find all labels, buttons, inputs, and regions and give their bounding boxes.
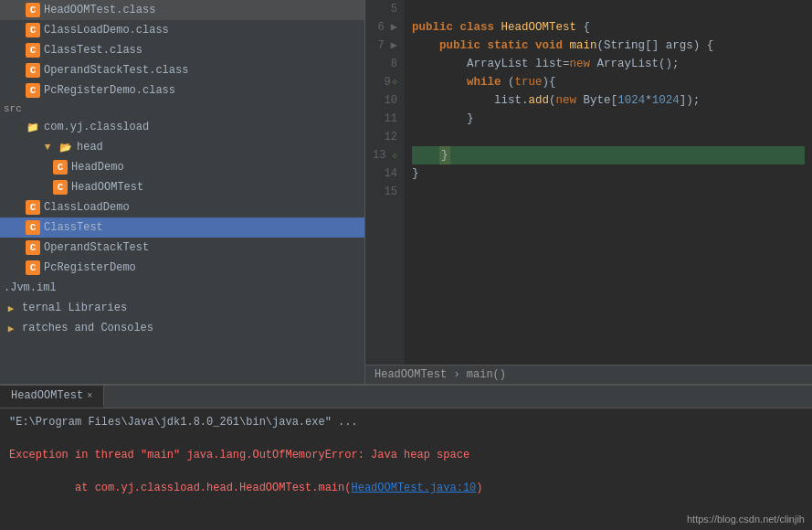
line-num-7: 7 ▶	[373, 37, 397, 55]
sidebar-label: OperandStackTest.class	[44, 64, 188, 77]
line-num-12: 12	[373, 128, 397, 146]
code-content[interactable]: public class HeadOOMTest { public static…	[405, 0, 812, 365]
folder-open-icon: ▼	[40, 140, 55, 154]
sidebar-section-src: src	[0, 101, 364, 117]
sidebar-label: HeadOOMTest.class	[44, 4, 155, 16]
bottom-panel: HeadOOMTest × "E:\Program Files\Java\jdk…	[0, 384, 812, 530]
sidebar-item-scratches[interactable]: ▶ ratches and Consoles	[0, 318, 364, 338]
code-line-10: list.add(new Byte[1024*1024]);	[412, 91, 805, 110]
sidebar-item-pcregisterdemo[interactable]: C PcRegisterDemo	[0, 258, 364, 278]
sidebar-item-pcregisterdemo-class[interactable]: C PcRegisterDemo.class	[0, 80, 364, 101]
folder-icon: ▶	[4, 301, 18, 315]
code-line-14: }	[412, 164, 805, 183]
code-line-6: public class HeadOOMTest {	[412, 18, 805, 37]
console-line-error: Exception in thread "main" java.lang.Out…	[9, 447, 803, 463]
folder-icon: 📁	[26, 120, 40, 134]
sidebar-item-headoomtest-class[interactable]: C HeadOOMTest.class	[0, 0, 364, 20]
code-line-11: }	[412, 110, 805, 128]
sidebar-label: com.yj.classload	[44, 121, 149, 133]
error-detail-text: at com.yj.classload.head.HeadOOMTest.mai…	[48, 482, 351, 494]
class-icon: C	[26, 43, 40, 58]
code-line-9: while (true){	[412, 73, 805, 91]
sidebar-label: head	[77, 141, 103, 154]
sidebar-item-com-yj-classload[interactable]: 📁 com.yj.classload	[0, 117, 364, 137]
line-num-6: 6 ▶	[373, 18, 397, 37]
console-line-error-detail: at com.yj.classload.head.HeadOOMTest.mai…	[9, 463, 803, 513]
code-editor[interactable]: 5 6 ▶ 7 ▶ 8 9 ◇ 10 11 12 13 ◇ 14 15 publ…	[365, 0, 812, 365]
sidebar-item-classloaddemo-class[interactable]: C ClassLoadDemo.class	[0, 20, 364, 40]
folder-icon: 📂	[58, 140, 73, 154]
sidebar-item-head[interactable]: ▼ 📂 head	[0, 137, 364, 157]
class-icon: C	[26, 200, 40, 215]
line-num-10: 10	[373, 91, 397, 110]
class-icon: C	[26, 240, 40, 255]
sidebar-item-operandstacktest-class[interactable]: C OperandStackTest.class	[0, 60, 364, 80]
code-line-5	[412, 0, 805, 18]
code-line-8: ArrayList list=new ArrayList();	[412, 55, 805, 73]
sidebar-label: ternal Libraries	[22, 302, 127, 314]
sidebar-label: ClassTest.class	[44, 44, 142, 57]
code-line-12	[412, 128, 805, 146]
tab-label: HeadOOMTest	[11, 389, 83, 402]
sidebar-label: OperandStackTest	[44, 241, 149, 254]
class-icon: C	[26, 260, 40, 275]
sidebar-item-operandstacktest[interactable]: C OperandStackTest	[0, 238, 364, 258]
breadcrumb-bar: HeadOOMTest › main()	[365, 365, 812, 384]
class-icon: C	[53, 160, 68, 175]
class-icon: C	[26, 63, 40, 78]
error-link[interactable]: HeadOOMTest.java:10	[351, 482, 476, 494]
sidebar-item-classtest-class[interactable]: C ClassTest.class	[0, 40, 364, 60]
console-output[interactable]: "E:\Program Files\Java\jdk1.8.0_261\bin\…	[0, 408, 812, 530]
line-num-13: 13 ◇	[373, 146, 397, 164]
code-line-13: }	[412, 146, 805, 164]
sidebar-item-classloaddemo[interactable]: C ClassLoadDemo	[0, 197, 364, 217]
class-icon: C	[26, 23, 40, 37]
tab-headoomtest[interactable]: HeadOOMTest ×	[0, 386, 104, 408]
editor-area: 5 6 ▶ 7 ▶ 8 9 ◇ 10 11 12 13 ◇ 14 15 publ…	[365, 0, 812, 384]
sidebar-label: src	[4, 103, 22, 114]
tab-close-icon[interactable]: ×	[87, 391, 92, 401]
sidebar-label: ClassLoadDemo	[44, 201, 130, 214]
sidebar-label: .Jvm.iml	[4, 281, 57, 294]
console-line-cmd: "E:\Program Files\Java\jdk1.8.0_261\bin\…	[9, 414, 803, 430]
sidebar: C HeadOOMTest.class C ClassLoadDemo.clas…	[0, 0, 365, 384]
line-num-9: 9 ◇	[373, 73, 397, 91]
folder-icon: ▶	[4, 321, 18, 335]
sidebar-item-external-libraries[interactable]: ▶ ternal Libraries	[0, 298, 364, 318]
sidebar-label: HeadOOMTest	[71, 181, 143, 194]
line-numbers: 5 6 ▶ 7 ▶ 8 9 ◇ 10 11 12 13 ◇ 14 15	[365, 0, 405, 365]
sidebar-label: ratches and Consoles	[22, 322, 153, 334]
sidebar-item-classtest[interactable]: C ClassTest	[0, 217, 364, 238]
sidebar-label: HeadDemo	[71, 161, 124, 174]
sidebar-label: PcRegisterDemo.class	[44, 84, 175, 97]
sidebar-label: ClassTest	[44, 221, 103, 234]
sidebar-item-headdemo[interactable]: C HeadDemo	[0, 157, 364, 177]
class-icon: C	[26, 220, 40, 235]
class-icon: C	[53, 180, 68, 195]
sidebar-item-jvm-iml[interactable]: .Jvm.iml	[0, 278, 364, 298]
bottom-tabs: HeadOOMTest ×	[0, 386, 812, 408]
code-line-15	[412, 183, 805, 201]
sidebar-item-headoomtest[interactable]: C HeadOOMTest	[0, 177, 364, 197]
class-icon: C	[26, 83, 40, 98]
class-icon: C	[26, 3, 40, 17]
watermark: https://blog.csdn.net/clinjih	[687, 514, 805, 525]
line-num-11: 11	[373, 110, 397, 128]
console-line-blank1	[9, 430, 803, 447]
breadcrumb: HeadOOMTest › main()	[374, 368, 506, 381]
line-num-8: 8	[373, 55, 397, 73]
error-detail-close: )	[476, 482, 482, 494]
main-area: C HeadOOMTest.class C ClassLoadDemo.clas…	[0, 0, 812, 384]
line-num-5: 5	[373, 0, 397, 18]
console-line-blank2	[9, 513, 803, 529]
line-num-14: 14	[373, 164, 397, 183]
code-line-7: public static void main(String[] args) {	[412, 37, 805, 55]
sidebar-label: PcRegisterDemo	[44, 261, 136, 274]
sidebar-label: ClassLoadDemo.class	[44, 24, 169, 37]
line-num-15: 15	[373, 183, 397, 201]
